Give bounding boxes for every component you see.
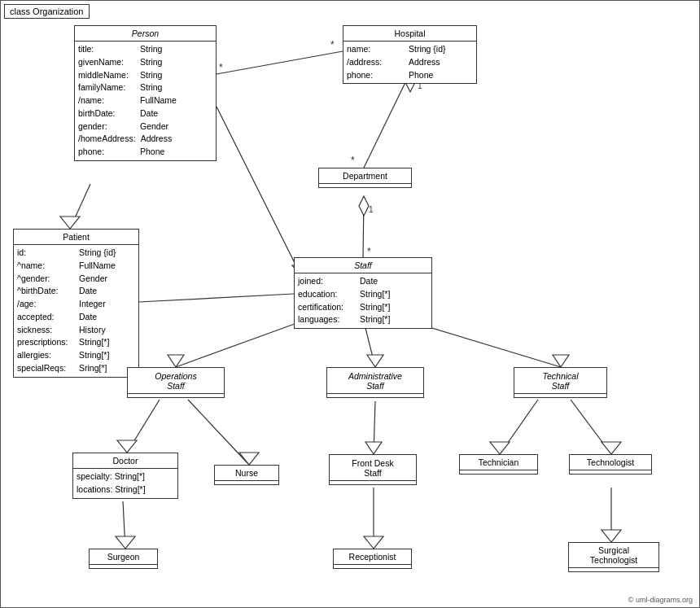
- class-receptionist-body: [334, 565, 411, 568]
- svg-marker-23: [553, 355, 569, 367]
- class-technical-staff: TechnicalStaff: [514, 367, 607, 398]
- svg-line-8: [217, 107, 302, 278]
- svg-marker-19: [168, 355, 184, 367]
- svg-line-4: [363, 196, 364, 257]
- svg-marker-29: [365, 442, 382, 454]
- class-patient-header: Patient: [14, 230, 138, 245]
- class-person-body: title:String givenName:String middleName…: [75, 42, 216, 160]
- class-administrative-staff-body: [327, 394, 423, 397]
- class-department: Department: [318, 168, 412, 188]
- svg-marker-11: [60, 217, 80, 229]
- svg-text:*: *: [367, 246, 371, 257]
- class-front-desk-staff: Front DeskStaff: [329, 454, 417, 485]
- diagram-container: class Organization 1 * 1 * * * *: [0, 0, 700, 608]
- class-technical-staff-header: TechnicalStaff: [514, 368, 606, 394]
- class-patient: Patient id:String {id} ^name:FullName ^g…: [13, 229, 139, 378]
- class-staff-body: joined:Date education:String[*] certific…: [295, 273, 431, 328]
- svg-line-18: [176, 318, 310, 367]
- svg-line-30: [500, 400, 538, 454]
- svg-line-0: [364, 72, 410, 168]
- svg-line-32: [571, 400, 611, 454]
- svg-marker-27: [239, 453, 259, 465]
- svg-marker-37: [364, 536, 383, 549]
- svg-line-26: [188, 400, 249, 465]
- class-technical-staff-body: [514, 394, 606, 397]
- class-staff-header: Staff: [295, 258, 431, 273]
- svg-marker-5: [359, 196, 369, 216]
- class-operations-staff: OperationsStaff: [127, 367, 225, 398]
- class-technician-header: Technician: [460, 455, 537, 470]
- svg-line-34: [123, 501, 125, 549]
- svg-marker-35: [116, 536, 135, 549]
- class-surgical-technologist: SurgicalTechnologist: [568, 542, 659, 572]
- class-surgical-technologist-body: [569, 568, 658, 571]
- class-department-header: Department: [319, 168, 411, 184]
- class-technician-body: [460, 470, 537, 474]
- svg-marker-21: [367, 355, 383, 367]
- class-hospital-body: name:String {id} /address:Address phone:…: [343, 42, 476, 83]
- class-receptionist-header: Receptionist: [334, 549, 411, 565]
- class-doctor-body: specialty: String[*] locations: String[*…: [73, 469, 177, 498]
- svg-line-24: [127, 400, 160, 453]
- class-technologist: Technologist: [569, 454, 652, 475]
- svg-text:1: 1: [369, 205, 374, 214]
- class-hospital-header: Hospital: [343, 26, 476, 42]
- class-front-desk-staff-header: Front DeskStaff: [330, 455, 416, 481]
- class-front-desk-staff-body: [330, 481, 416, 484]
- class-department-body: [319, 184, 411, 187]
- svg-marker-33: [602, 442, 621, 454]
- svg-text:*: *: [219, 62, 223, 73]
- svg-marker-31: [490, 442, 510, 454]
- svg-line-28: [374, 401, 375, 454]
- class-nurse-body: [215, 481, 278, 484]
- class-nurse: Nurse: [214, 465, 279, 485]
- class-hospital: Hospital name:String {id} /address:Addre…: [343, 25, 477, 84]
- class-surgeon-header: Surgeon: [90, 549, 157, 565]
- class-operations-staff-header: OperationsStaff: [128, 368, 224, 394]
- class-patient-body: id:String {id} ^name:FullName ^gender:Ge…: [14, 245, 138, 377]
- svg-marker-39: [602, 530, 621, 542]
- copyright-text: © uml-diagrams.org: [628, 596, 693, 604]
- class-operations-staff-body: [128, 394, 224, 397]
- svg-line-12: [217, 51, 343, 74]
- class-administrative-staff-header: AdministrativeStaff: [327, 368, 423, 394]
- class-doctor-header: Doctor: [73, 453, 177, 469]
- class-surgical-technologist-header: SurgicalTechnologist: [569, 543, 658, 568]
- class-technician: Technician: [459, 454, 538, 475]
- class-person-header: Person: [75, 26, 216, 42]
- class-surgeon: Surgeon: [89, 549, 158, 569]
- svg-line-10: [70, 184, 90, 229]
- class-person: Person title:String givenName:String mid…: [74, 25, 217, 161]
- svg-text:*: *: [330, 39, 335, 50]
- class-nurse-header: Nurse: [215, 466, 278, 481]
- svg-line-15: [139, 294, 294, 302]
- class-surgeon-body: [90, 565, 157, 568]
- class-technologist-header: Technologist: [570, 455, 651, 470]
- svg-marker-25: [117, 440, 137, 453]
- class-staff: Staff joined:Date education:String[*] ce…: [294, 257, 432, 329]
- svg-text:*: *: [351, 155, 355, 166]
- class-doctor: Doctor specialty: String[*] locations: S…: [72, 453, 178, 499]
- diagram-title: class Organization: [4, 4, 90, 19]
- class-technologist-body: [570, 470, 651, 474]
- class-receptionist: Receptionist: [333, 549, 412, 569]
- class-administrative-staff: AdministrativeStaff: [326, 367, 424, 398]
